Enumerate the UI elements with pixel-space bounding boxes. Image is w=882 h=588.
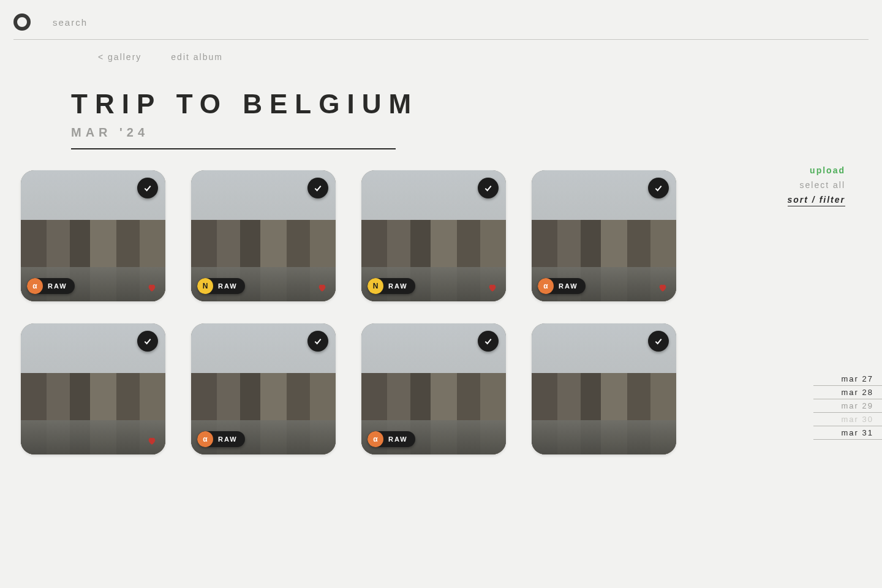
photo-thumbnail[interactable]: NRAW bbox=[191, 170, 336, 301]
title-block: TRIP TO BELGIUM MAR '24 bbox=[0, 62, 882, 149]
camera-brand-icon: α bbox=[368, 431, 383, 447]
check-icon bbox=[313, 336, 323, 346]
camera-brand-icon: α bbox=[197, 431, 213, 447]
upload-button[interactable]: upload bbox=[810, 165, 845, 175]
raw-badge: αRAW bbox=[197, 431, 245, 447]
date-rail-item[interactable]: mar 28 bbox=[813, 386, 882, 399]
favorite-indicator[interactable] bbox=[658, 283, 668, 293]
date-rail-item[interactable]: mar 31 bbox=[813, 426, 882, 440]
favorite-indicator[interactable] bbox=[488, 283, 497, 293]
camera-brand-icon: α bbox=[538, 278, 554, 294]
heart-icon bbox=[147, 436, 157, 446]
raw-label: RAW bbox=[213, 435, 245, 443]
check-icon bbox=[143, 183, 153, 193]
raw-badge: αRAW bbox=[27, 278, 75, 294]
camera-brand-icon: N bbox=[368, 278, 383, 294]
sort-filter-button[interactable]: sort / filter bbox=[788, 195, 845, 206]
check-icon bbox=[313, 183, 323, 193]
album-title: TRIP TO BELGIUM bbox=[71, 89, 882, 119]
raw-label: RAW bbox=[383, 435, 415, 443]
check-icon bbox=[654, 183, 663, 193]
check-icon bbox=[483, 336, 493, 346]
back-to-gallery-link[interactable]: < gallery bbox=[98, 52, 141, 62]
breadcrumb: < gallery edit album bbox=[0, 40, 882, 62]
date-rail-item[interactable]: mar 27 bbox=[813, 372, 882, 386]
topbar: search bbox=[0, 0, 882, 39]
favorite-indicator[interactable] bbox=[147, 436, 157, 446]
select-toggle[interactable] bbox=[307, 178, 328, 198]
photo-thumbnail[interactable]: αRAW bbox=[21, 170, 165, 301]
check-icon bbox=[143, 336, 153, 346]
select-toggle[interactable] bbox=[137, 331, 158, 352]
select-toggle[interactable] bbox=[648, 331, 669, 352]
date-rail: mar 27mar 28mar 29mar 30mar 31 bbox=[813, 372, 882, 440]
photo-thumbnail[interactable]: αRAW bbox=[532, 170, 676, 301]
photo-grid: αRAWNRAWNRAWαRAWαRAWαRAW bbox=[0, 149, 882, 454]
photo-thumbnail[interactable] bbox=[532, 323, 676, 454]
raw-badge: αRAW bbox=[538, 278, 586, 294]
heart-icon bbox=[317, 283, 327, 293]
album-date: MAR '24 bbox=[71, 126, 882, 140]
heart-icon bbox=[658, 283, 668, 293]
app-logo-icon bbox=[13, 13, 31, 31]
select-toggle[interactable] bbox=[478, 331, 499, 352]
raw-label: RAW bbox=[213, 282, 245, 290]
edit-album-link[interactable]: edit album bbox=[171, 52, 223, 62]
select-toggle[interactable] bbox=[478, 178, 499, 198]
raw-badge: αRAW bbox=[368, 431, 415, 447]
photo-thumbnail[interactable]: αRAW bbox=[191, 323, 336, 454]
date-rail-item[interactable]: mar 29 bbox=[813, 399, 882, 413]
photo-thumbnail[interactable]: NRAW bbox=[361, 170, 506, 301]
select-all-button[interactable]: select all bbox=[800, 180, 845, 190]
raw-badge: NRAW bbox=[368, 278, 415, 294]
raw-badge: NRAW bbox=[197, 278, 245, 294]
heart-icon bbox=[147, 283, 157, 293]
camera-brand-icon: N bbox=[197, 278, 213, 294]
album-actions: upload select all sort / filter bbox=[788, 165, 845, 206]
raw-label: RAW bbox=[383, 282, 415, 290]
raw-label: RAW bbox=[43, 282, 75, 290]
date-rail-item[interactable]: mar 30 bbox=[813, 413, 882, 426]
select-toggle[interactable] bbox=[648, 178, 669, 198]
raw-label: RAW bbox=[554, 282, 586, 290]
select-toggle[interactable] bbox=[137, 178, 158, 198]
title-underline bbox=[71, 148, 396, 149]
photo-thumbnail[interactable] bbox=[21, 323, 165, 454]
photo-thumbnail[interactable]: αRAW bbox=[361, 323, 506, 454]
favorite-indicator[interactable] bbox=[317, 283, 327, 293]
search-link[interactable]: search bbox=[53, 17, 88, 28]
heart-icon bbox=[488, 283, 497, 293]
camera-brand-icon: α bbox=[27, 278, 43, 294]
favorite-indicator[interactable] bbox=[147, 283, 157, 293]
check-icon bbox=[483, 183, 493, 193]
check-icon bbox=[654, 336, 663, 346]
select-toggle[interactable] bbox=[307, 331, 328, 352]
